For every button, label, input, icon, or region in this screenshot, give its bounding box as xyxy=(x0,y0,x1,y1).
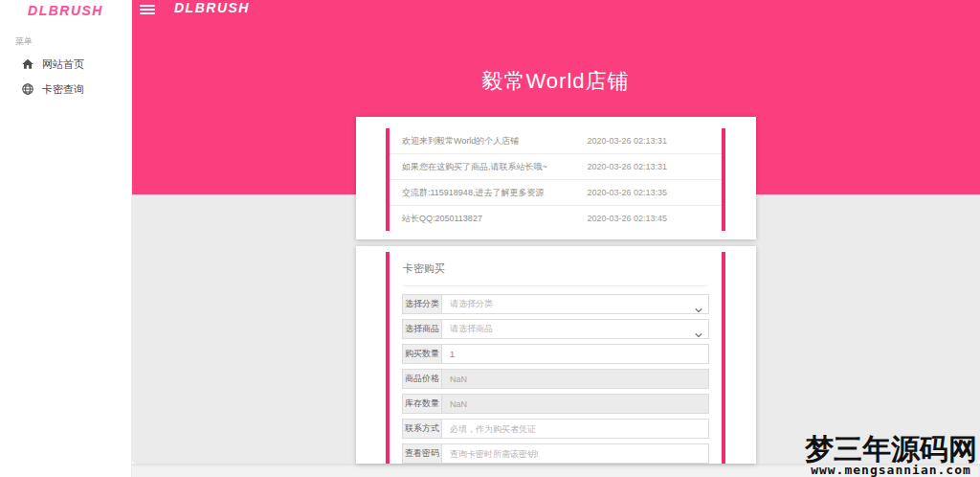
price-field-wrap xyxy=(441,369,709,389)
announcement-row: 欢迎来到毅常World的个人店铺2020-03-26 02:13:31 xyxy=(390,128,722,154)
announcement-timestamp: 2020-03-26 02:13:35 xyxy=(587,188,667,197)
home-icon xyxy=(21,57,34,71)
form-row-view-password: 查看密码 xyxy=(402,443,709,464)
form-row-category: 选择分类请选择分类 xyxy=(402,294,709,314)
field-label-price: 商品价格 xyxy=(402,369,441,389)
form-row-contact: 联系方式 xyxy=(402,419,709,439)
sidebar-item-card-query[interactable]: 卡密查询 xyxy=(0,77,131,102)
announcement-timestamp: 2020-03-26 02:13:31 xyxy=(587,162,667,171)
selected-option-text: 请选择分类 xyxy=(450,298,493,310)
watermark-url: www.mengsannian.com xyxy=(805,464,977,477)
selected-option-text: 请选择商品 xyxy=(450,323,493,335)
announcements-list: 欢迎来到毅常World的个人店铺2020-03-26 02:13:31如果您在这… xyxy=(386,128,725,231)
announcement-text: 欢迎来到毅常World的个人店铺 xyxy=(402,135,519,148)
sidebar-item-label: 网站首页 xyxy=(42,57,84,72)
watermark-site-name: 梦三年源码网 xyxy=(805,435,977,464)
announcement-timestamp: 2020-03-26 02:13:45 xyxy=(587,214,667,223)
header-logo[interactable]: DLBRUSH xyxy=(174,0,250,15)
sidebar-item-home[interactable]: 网站首页 xyxy=(0,52,131,77)
purchase-form: 选择分类请选择分类选择商品请选择商品购买数量商品价格库存数量联系方式查看密码 xyxy=(390,286,722,464)
shop-title: 毅常World店铺 xyxy=(131,67,980,96)
announcement-row: 如果您在这购买了商品,请联系站长哦~2020-03-26 02:13:31 xyxy=(390,154,722,180)
field-label-view-password: 查看密码 xyxy=(402,443,441,464)
purchase-card: 卡密购买 选择分类请选择分类选择商品请选择商品购买数量商品价格库存数量联系方式查… xyxy=(356,246,756,464)
contact-input[interactable] xyxy=(442,420,708,438)
sidebar-menu: 网站首页卡密查询 xyxy=(0,52,131,102)
form-row-stock: 库存数量 xyxy=(402,394,709,414)
sidebar: DLBRUSH 菜单 网站首页卡密查询 xyxy=(0,0,132,477)
stock-input xyxy=(442,395,708,413)
view-password-input[interactable] xyxy=(442,444,708,463)
chevron-down-icon xyxy=(695,301,702,308)
announcement-text: 如果您在这购买了商品,请联系站长哦~ xyxy=(402,161,547,173)
watermark: 梦三年源码网 www.mengsannian.com xyxy=(805,435,977,477)
menu-section-label: 菜单 xyxy=(15,35,33,48)
purchase-title: 卡密购买 xyxy=(390,252,722,280)
sidebar-item-label: 卡密查询 xyxy=(42,82,84,97)
field-label-product: 选择商品 xyxy=(402,319,441,339)
field-label-contact: 联系方式 xyxy=(402,419,441,439)
announcement-timestamp: 2020-03-26 02:13:31 xyxy=(587,136,667,146)
form-row-product: 选择商品请选择商品 xyxy=(402,319,709,339)
field-label-stock: 库存数量 xyxy=(402,394,441,414)
stock-field-wrap xyxy=(441,394,709,414)
chevron-down-icon xyxy=(695,326,702,333)
field-label-category: 选择分类 xyxy=(402,294,441,314)
quantity-input[interactable] xyxy=(442,345,708,363)
price-input xyxy=(442,370,708,388)
form-row-quantity: 购买数量 xyxy=(402,344,709,364)
quantity-field-wrap xyxy=(441,344,709,364)
view-password-field-wrap xyxy=(441,443,709,464)
product-select[interactable]: 请选择商品 xyxy=(441,319,709,339)
announcement-row: 站长QQ:20501138272020-03-26 02:13:45 xyxy=(390,206,722,231)
hamburger-menu-icon[interactable] xyxy=(140,3,155,16)
purchase-box: 卡密购买 选择分类请选择分类选择商品请选择商品购买数量商品价格库存数量联系方式查… xyxy=(386,252,725,464)
announcement-text: 站长QQ:2050113827 xyxy=(402,213,482,225)
field-label-quantity: 购买数量 xyxy=(402,344,441,364)
form-row-price: 商品价格 xyxy=(402,369,709,389)
contact-field-wrap xyxy=(441,419,709,439)
sidebar-logo[interactable]: DLBRUSH xyxy=(0,3,131,18)
globe-icon xyxy=(21,82,34,96)
announcement-text: 交流群:115918948,进去了解更多资源 xyxy=(402,187,544,199)
announcement-row: 交流群:115918948,进去了解更多资源2020-03-26 02:13:3… xyxy=(390,180,722,206)
category-select[interactable]: 请选择分类 xyxy=(441,294,709,314)
announcements-card: 欢迎来到毅常World的个人店铺2020-03-26 02:13:31如果您在这… xyxy=(356,117,756,239)
